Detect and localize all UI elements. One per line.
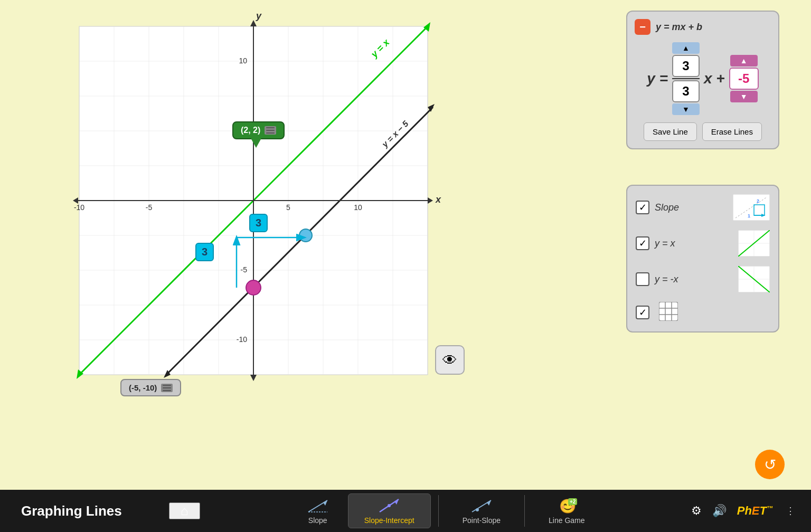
- tab-slope[interactable]: Slope: [290, 493, 346, 528]
- equation-panel: − y = mx + b y = ▲ 3 3 ▼ x + ▲ -5 ▼ Sa: [626, 11, 779, 149]
- yx-checkbox[interactable]: ✓: [636, 236, 649, 250]
- tooltip-icon-green: [265, 126, 276, 135]
- denominator-box: 3: [672, 80, 700, 102]
- tooltip-icon-gray: [161, 384, 173, 392]
- yx-option-row: ✓ y = x: [636, 230, 770, 256]
- svg-text:1: 1: [748, 213, 750, 218]
- point-slope-tab-label: Point-Slope: [463, 516, 501, 525]
- line-game-tab-label: Line Game: [549, 516, 584, 525]
- tab-divider2: [524, 495, 525, 527]
- equation-title: y = mx + b: [656, 22, 702, 33]
- coordinate-graph: y = x y = x − 5 x y -10 -5 5 10: [32, 11, 449, 422]
- slope-checkbox[interactable]: ✓: [636, 201, 649, 214]
- y-equals: y =: [647, 70, 668, 87]
- neg-yx-label: y = -x: [655, 274, 678, 285]
- denominator-down-btn[interactable]: ▼: [672, 103, 700, 115]
- numerator-control: ▲ 3 3 ▼: [672, 42, 700, 115]
- grid-icon-svg: [659, 302, 678, 321]
- slope-thumbnail: 2 1: [733, 194, 770, 221]
- phet-menu-dots[interactable]: ⋮: [786, 505, 795, 517]
- point-tooltip-gray[interactable]: (-5, -10): [120, 379, 181, 396]
- erase-lines-btn[interactable]: Erase Lines: [702, 122, 762, 141]
- svg-text:10: 10: [239, 56, 247, 65]
- line-game-icon: 😊 +2: [555, 497, 578, 514]
- options-panel: ✓ Slope 2 1 ✓ y = x: [626, 185, 779, 332]
- save-line-btn[interactable]: Save Line: [644, 122, 697, 141]
- b-up-btn[interactable]: ▲: [730, 55, 758, 66]
- grid-icon: [659, 302, 678, 323]
- point-slope-tab-icon: [470, 497, 493, 514]
- tab-slope-intercept[interactable]: Slope-Intercept: [348, 493, 431, 528]
- panel-buttons: Save Line Erase Lines: [635, 122, 771, 141]
- tooltip-green-arrow: [251, 138, 261, 148]
- slope-tab-icon: [306, 497, 329, 514]
- slope-thumb-svg: 2 1: [733, 194, 770, 221]
- svg-text:-10: -10: [237, 335, 247, 344]
- svg-marker-33: [428, 197, 433, 204]
- graph-area: y = x y = x − 5 x y -10 -5 5 10: [32, 11, 449, 422]
- fraction-line: [672, 78, 700, 79]
- svg-marker-36: [250, 375, 257, 381]
- svg-point-47: [299, 229, 312, 242]
- neg-yx-thumbnail: [738, 266, 770, 292]
- tab-point-slope[interactable]: Point-Slope: [446, 493, 517, 528]
- svg-text:y: y: [256, 11, 262, 21]
- svg-text:10: 10: [354, 203, 362, 212]
- grid-checkbox[interactable]: ✓: [636, 306, 649, 319]
- neg-yx-checkbox[interactable]: [636, 272, 649, 286]
- numerator-up-btn[interactable]: ▲: [672, 42, 700, 54]
- home-icon: ⌂: [181, 504, 188, 518]
- yx-thumb-svg: [738, 230, 770, 256]
- bottom-bar: Graphing Lines ⌂ Slope Slope-Intercept: [0, 490, 811, 532]
- sound-button[interactable]: 🔊: [712, 504, 727, 518]
- svg-text:-5: -5: [146, 203, 153, 212]
- x-plus: x +: [704, 70, 725, 87]
- svg-point-77: [476, 508, 479, 511]
- point-label-green: (2, 2): [241, 126, 260, 135]
- yx-label: y = x: [655, 238, 675, 249]
- numerator-box: 3: [672, 55, 700, 77]
- tab-divider: [438, 495, 439, 527]
- b-down-btn[interactable]: ▼: [730, 91, 758, 102]
- svg-rect-65: [659, 302, 678, 321]
- equation-row: y = ▲ 3 3 ▼ x + ▲ -5 ▼: [635, 42, 771, 115]
- svg-text:2: 2: [757, 198, 759, 204]
- slope-intercept-tab-icon: [378, 497, 401, 514]
- svg-text:5: 5: [286, 203, 290, 212]
- svg-point-48: [246, 280, 261, 295]
- slope-intercept-tab-label: Slope-Intercept: [364, 516, 414, 525]
- rise-label: 3: [195, 243, 214, 261]
- eye-button[interactable]: 👁: [435, 345, 465, 375]
- panel-header: − y = mx + b: [635, 19, 771, 35]
- neg-yx-option-row: y = -x: [636, 266, 770, 292]
- home-button[interactable]: ⌂: [169, 502, 200, 519]
- minus-button[interactable]: −: [635, 19, 650, 35]
- b-box: -5: [729, 68, 759, 90]
- svg-text:x: x: [435, 194, 441, 205]
- run-label: 3: [249, 214, 268, 232]
- tab-line-game[interactable]: 😊 +2 Line Game: [532, 493, 601, 528]
- grid-option-row: ✓: [636, 302, 770, 323]
- app-title: Graphing Lines: [0, 503, 169, 519]
- bar-right: ⚙ 🔊 PhET™ ⋮: [691, 504, 811, 518]
- phet-logo: PhET™: [737, 504, 773, 518]
- nav-tabs: Slope Slope-Intercept Point-Slope 😊 +: [200, 493, 691, 528]
- neg-yx-thumb-svg: [738, 266, 770, 292]
- slope-option-row: ✓ Slope 2 1: [636, 194, 770, 221]
- b-control: ▲ -5 ▼: [729, 55, 759, 102]
- yx-thumbnail: [738, 230, 770, 256]
- svg-text:-5: -5: [241, 265, 248, 274]
- slope-label: Slope: [655, 202, 679, 213]
- settings-button[interactable]: ⚙: [691, 504, 702, 518]
- point-tooltip-green[interactable]: (2, 2): [232, 121, 285, 139]
- slope-tab-label: Slope: [308, 516, 327, 525]
- svg-point-74: [388, 504, 391, 507]
- point-label-gray: (-5, -10): [129, 383, 157, 392]
- svg-text:-10: -10: [74, 203, 84, 212]
- refresh-button[interactable]: ↺: [755, 450, 785, 479]
